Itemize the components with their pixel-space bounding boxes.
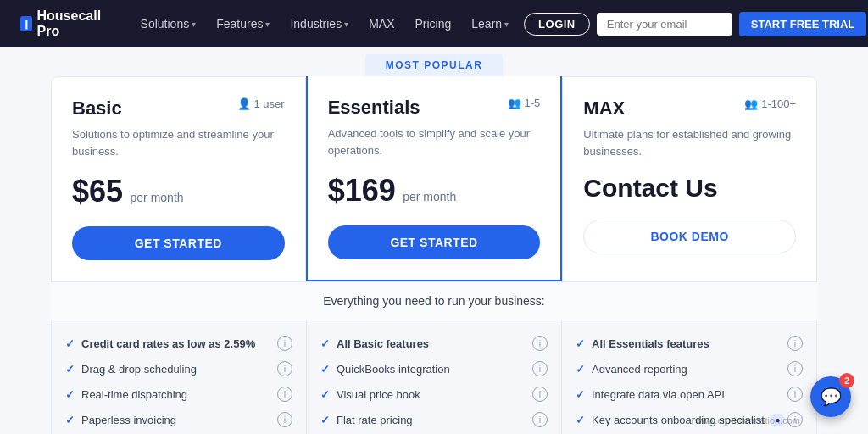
basic-price-period: per month — [131, 191, 184, 204]
pricing-card-essentials: Essentials 👥 1-5 Advanced tools to simpl… — [306, 76, 563, 281]
brand[interactable]: ❙ Housecall Pro — [20, 8, 105, 39]
start-trial-button[interactable]: START FREE TRIAL — [739, 12, 867, 36]
info-icon[interactable]: i — [787, 361, 803, 376]
essentials-features-col: ✓ All Basic features i ✓ QuickBooks inte… — [307, 320, 562, 434]
chat-bubble[interactable]: 💬 2 — [810, 376, 851, 417]
check-icon: ✓ — [320, 414, 330, 426]
max-price: Contact Us — [583, 174, 796, 203]
chevron-icon: ▾ — [265, 19, 270, 29]
info-icon[interactable]: i — [532, 412, 548, 427]
essentials-cta-button[interactable]: GET STARTED — [328, 225, 541, 259]
max-desc: Ultimate plans for established and growi… — [583, 126, 796, 160]
feature-item: ✓ All Essentials features i — [576, 331, 803, 356]
check-icon: ✓ — [576, 363, 585, 376]
card-header-essentials: Essentials 👥 1-5 — [328, 97, 541, 119]
card-header-max: MAX 👥 1-100+ — [583, 97, 796, 120]
login-button[interactable]: LOGIN — [524, 13, 590, 36]
chevron-icon: ▾ — [344, 19, 348, 29]
basic-desc: Solutions to optimize and streamline you… — [72, 126, 285, 160]
nav-links: basic Solutions ▾ Features ▾ Industries … — [132, 12, 518, 36]
pricing-section: MOST POPULAR Basic 👤 1 user Solutions to… — [0, 47, 868, 434]
max-title: MAX — [583, 97, 625, 120]
info-icon[interactable]: i — [277, 336, 292, 351]
check-icon: ✓ — [320, 337, 330, 350]
basic-price-amount: $65 — [72, 174, 123, 209]
users-icon: 👤 — [237, 97, 251, 110]
nav-pricing[interactable]: Pricing — [406, 12, 459, 36]
chevron-icon: ▾ — [504, 19, 509, 29]
essentials-price: $169 per month — [328, 173, 541, 209]
nav-max[interactable]: MAX — [360, 12, 403, 36]
feature-item: ✓ Integrate data via open API i — [576, 381, 803, 407]
basic-title: Basic — [72, 97, 122, 120]
basic-cta-button[interactable]: GET STARTED — [72, 226, 285, 260]
check-icon: ✓ — [65, 388, 75, 401]
feature-item: ✓ Credit card rates as low as 2.59% i — [65, 331, 292, 356]
check-icon: ✓ — [65, 414, 75, 426]
feature-item: ✓ Paperless invoicing i — [65, 407, 292, 432]
essentials-users: 👥 1-5 — [508, 97, 541, 109]
pricing-cards: Basic 👤 1 user Solutions to optimize and… — [51, 76, 817, 281]
essentials-price-period: per month — [403, 190, 456, 203]
basic-features-col: ✓ Credit card rates as low as 2.59% i ✓ … — [52, 320, 307, 434]
info-icon[interactable]: i — [277, 412, 292, 427]
brand-name: Housecall Pro — [37, 8, 105, 39]
check-icon: ✓ — [576, 388, 585, 401]
max-cta-button[interactable]: BOOK DEMO — [583, 220, 796, 253]
nav-right: LOGIN START FREE TRIAL — [524, 12, 866, 36]
info-icon[interactable]: i — [277, 387, 292, 402]
essentials-price-amount: $169 — [328, 173, 396, 208]
users-icon: 👥 — [508, 97, 521, 109]
feature-item: ✓ Real-time dispatching i — [65, 381, 292, 407]
feature-item: ✓ Visual price book i — [320, 381, 548, 407]
nav-industries[interactable]: Industries ▾ — [281, 12, 357, 36]
info-icon[interactable]: i — [532, 361, 548, 376]
chat-badge: 2 — [839, 373, 854, 388]
feature-item: ✓ Flat rate pricing i — [320, 407, 548, 432]
email-input[interactable] — [597, 13, 732, 36]
essentials-desc: Advanced tools to simplify and scale you… — [328, 125, 541, 159]
check-icon: ✓ — [576, 337, 585, 350]
check-icon: ✓ — [320, 388, 330, 401]
users-icon: 👥 — [744, 97, 758, 110]
nav-features[interactable]: Features ▾ — [208, 12, 278, 36]
max-price-contact: Contact Us — [583, 174, 717, 202]
brand-icon: ❙ — [20, 16, 32, 31]
check-icon: ✓ — [65, 363, 75, 376]
features-header: Everything you need to run your business… — [51, 281, 817, 320]
navbar: ❙ Housecall Pro basic Solutions ▾ Featur… — [0, 0, 868, 47]
check-icon: ✓ — [65, 337, 75, 350]
nav-solutions[interactable]: basic Solutions ▾ — [132, 12, 205, 36]
feature-item: ✓ QuickBooks integration i — [320, 356, 548, 381]
pricing-card-max: MAX 👥 1-100+ Ultimate plans for establis… — [562, 76, 817, 281]
check-icon: ✓ — [320, 363, 330, 376]
feature-item: ✓ Drag & drop scheduling i — [65, 356, 292, 381]
most-popular-badge: MOST POPULAR — [365, 54, 504, 76]
watermark: www.erp-information.com — [695, 415, 800, 426]
info-icon[interactable]: i — [277, 361, 292, 376]
max-users: 👥 1-100+ — [744, 97, 796, 110]
feature-item: ✓ Advanced reporting i — [576, 356, 803, 381]
essentials-title: Essentials — [328, 97, 420, 119]
info-icon[interactable]: i — [532, 387, 548, 402]
chevron-icon: ▾ — [192, 19, 196, 29]
chat-icon: 💬 — [821, 387, 842, 407]
pricing-card-basic: Basic 👤 1 user Solutions to optimize and… — [51, 76, 306, 281]
card-header-basic: Basic 👤 1 user — [72, 97, 285, 120]
basic-users: 👤 1 user — [237, 97, 285, 110]
info-icon[interactable]: i — [532, 336, 548, 351]
check-icon: ✓ — [576, 414, 585, 426]
nav-learn[interactable]: Learn ▾ — [463, 12, 517, 36]
info-icon[interactable]: i — [787, 336, 803, 351]
basic-price: $65 per month — [72, 174, 285, 209]
info-icon[interactable]: i — [787, 387, 803, 402]
feature-item: ✓ All Basic features i — [320, 331, 548, 356]
